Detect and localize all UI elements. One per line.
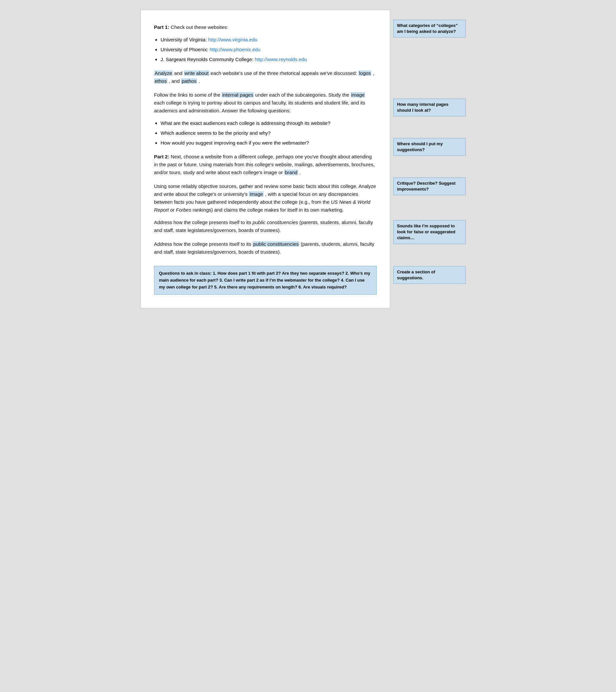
- follow-para: Follow the links to some of the internal…: [154, 91, 377, 115]
- image-highlight-1: image: [351, 92, 366, 98]
- part1-label: Part 1:: [154, 24, 170, 30]
- analyze-rest: each website's use of the three rhetoric…: [211, 70, 358, 76]
- analyze-para: Analyze and write about each website's u…: [154, 69, 377, 85]
- part1-intro-text: Check out these websites:: [171, 24, 228, 30]
- period1: .: [199, 78, 200, 84]
- internal-pages-highlight: internal pages: [222, 92, 254, 98]
- comma1: ,: [373, 70, 374, 76]
- image-highlight-2: image: [249, 191, 264, 197]
- part2-end: .: [300, 170, 301, 175]
- link-url-3[interactable]: http://www.reynolds.edu: [255, 57, 307, 62]
- page-container: Part 1: Check out these websites: Univer…: [140, 10, 476, 308]
- link-item-2: University of Phoenix: http://www.phoeni…: [160, 46, 377, 54]
- using-para: Using some reliably objective sources, g…: [154, 182, 377, 214]
- using-section: Using some reliably objective sources, g…: [154, 182, 377, 234]
- brand-highlight: brand: [284, 170, 298, 175]
- link-prefix-1: University of Virginia:: [160, 37, 208, 42]
- annotation-internal-pages: How many internal pages should I look at…: [393, 99, 466, 116]
- annotation-suggestions-text: Where should I put my suggestions?: [397, 141, 443, 152]
- question-item-2: Which audience seems to be the priority …: [160, 129, 377, 137]
- logos-highlight: logos: [358, 70, 371, 76]
- annotation-false-claims: Sounds like I’m supposed to look for fal…: [393, 220, 466, 244]
- annotation-categories-text: What categories of “colleges” am I being…: [397, 23, 458, 34]
- questions-box-text: Questions to ask in class: 1. How does p…: [159, 271, 370, 290]
- analyze-section: Analyze and write about each website's u…: [154, 69, 377, 85]
- part1-intro: Part 1: Check out these websites:: [154, 23, 377, 31]
- part2-section: Part 2: Next, choose a website from a di…: [154, 153, 377, 176]
- analyze-word: Analyze: [154, 70, 173, 76]
- link-prefix-2: University of Phoenix:: [160, 47, 210, 52]
- questions-list: What are the exact audiences each colleg…: [160, 119, 377, 147]
- public-constituencies-highlight: public constituencies: [252, 241, 299, 247]
- main-content: Part 1: Check out these websites: Univer…: [140, 10, 390, 308]
- annotation-false-claims-text: Sounds like I’m supposed to look for fal…: [397, 224, 456, 240]
- write-about-highlight: write about: [184, 70, 209, 76]
- address-para-1: Address how the college presents itself …: [154, 218, 377, 234]
- public-constituencies-italic-1: public constituencies: [252, 219, 298, 225]
- comma2: , and: [169, 78, 181, 84]
- ethos-highlight: ethos: [154, 78, 168, 84]
- links-list: University of Virginia: http://www.virgi…: [160, 36, 377, 63]
- link-url-1[interactable]: http://www.virginia.edu: [208, 37, 258, 42]
- link-url-2[interactable]: http://www.phoenix.edu: [210, 47, 260, 52]
- pathos-highlight: pathos: [181, 78, 197, 84]
- forbes-italic: Forbes: [176, 207, 192, 213]
- question-item-1: What are the exact audiences each colleg…: [160, 119, 377, 127]
- annotation-critique-text: Critique? Describe? Suggest improvements…: [397, 181, 456, 192]
- annotation-create-section: Create a section of suggestions.: [393, 266, 466, 284]
- link-prefix-3: J. Sargeant Reynolds Community College:: [160, 57, 255, 62]
- part2-para: Part 2: Next, choose a website from a di…: [154, 153, 377, 176]
- address-section-2: Address how the college presents itself …: [154, 240, 377, 256]
- annotation-categories: What categories of “colleges” am I being…: [393, 20, 466, 38]
- annotation-internal-pages-text: How many internal pages should I look at…: [397, 102, 448, 113]
- link-item-3: J. Sargeant Reynolds Community College: …: [160, 56, 377, 63]
- and-write-about: and: [174, 70, 184, 76]
- follow-section: Follow the links to some of the internal…: [154, 91, 377, 147]
- questions-box: Questions to ask in class: 1. How does p…: [154, 266, 377, 295]
- address-para-2: Address how the college presents itself …: [154, 240, 377, 256]
- annotation-suggestions: Where should I put my suggestions?: [393, 138, 466, 156]
- link-item-1: University of Virginia: http://www.virgi…: [160, 36, 377, 44]
- question-item-3: How would you suggest improving each if …: [160, 139, 377, 147]
- part1-section: Part 1: Check out these websites: Univer…: [154, 23, 377, 63]
- part2-text: Next, choose a website from a different …: [154, 154, 375, 175]
- part2-label: Part 2:: [154, 154, 170, 159]
- annotation-critique: Critique? Describe? Suggest improvements…: [393, 177, 466, 195]
- annotation-create-section-text: Create a section of suggestions.: [397, 269, 435, 280]
